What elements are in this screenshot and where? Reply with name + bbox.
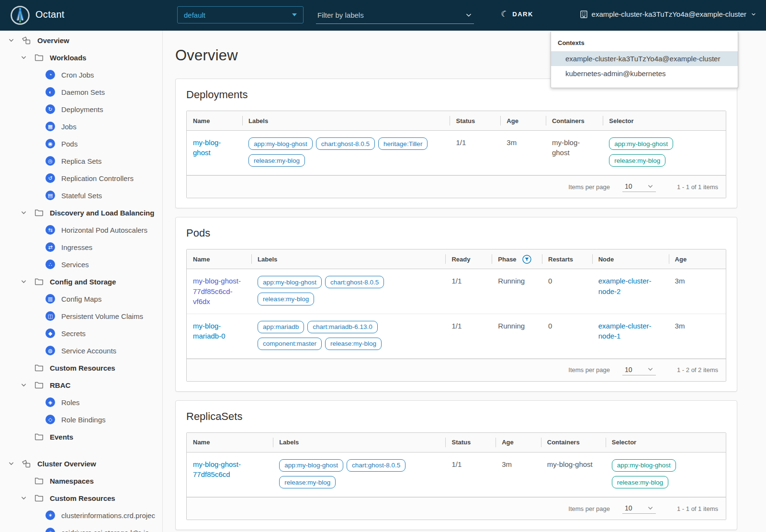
sidebar-item-label: csidrivers.csi.storage.k8s.io <box>61 529 149 532</box>
sidebar-item-overview[interactable]: Overview <box>0 32 162 49</box>
items-per-page-label: Items per page <box>568 366 610 374</box>
column-header-age: Age <box>500 111 546 130</box>
sidebar-item-label: clusterinformations.crd.projec <box>61 511 155 520</box>
cell-text: 3m <box>502 460 512 468</box>
sidebar-item-custom-resources[interactable]: Custom Resources <box>0 359 162 376</box>
card-title-pods: Pods <box>186 227 726 239</box>
sidebar-item-clusterinformations-crd-projec[interactable]: ✶clusterinformations.crd.projec <box>0 507 162 524</box>
cron-jobs-icon: ◔ <box>45 70 55 79</box>
sidebar-item-namespaces[interactable]: Namespaces <box>0 472 162 489</box>
namespace-select[interactable]: default <box>177 6 304 23</box>
ingresses-icon: ⇄ <box>45 242 55 252</box>
sidebar-item-workloads[interactable]: Workloads <box>0 49 162 66</box>
objects-icon <box>22 459 31 468</box>
sidebar-item-pods[interactable]: ◉Pods <box>0 135 162 152</box>
sidebar-item-events[interactable]: Events <box>0 428 162 445</box>
sidebar-item-label: Ingresses <box>61 243 92 251</box>
table-cell: Running <box>492 276 542 309</box>
card-pods: PodsNameLabelsReadyPhaseRestartsNodeAgem… <box>175 217 737 392</box>
clusterinformations-crd-projec-icon: ✶ <box>45 510 55 520</box>
context-selector[interactable]: example-cluster-ka3TuTzYo4a@example-clus… <box>580 10 756 18</box>
sidebar-item-label: Persistent Volume Claims <box>61 312 143 320</box>
sidebar-item-role-bindings[interactable]: ◇Role Bindings <box>0 411 162 428</box>
sidebar-item-secrets[interactable]: ◆Secrets <box>0 325 162 342</box>
sidebar-item-cluster-overview[interactable]: Cluster Overview <box>0 455 162 472</box>
table-cell: app:my-blog-ghostchart:ghost-8.0.5herita… <box>242 137 450 171</box>
resource-link[interactable]: my-blog-ghost-77df85c6cd-vf6dx <box>193 277 241 306</box>
table-cell: 1/1 <box>445 459 496 493</box>
sidebar-item-daemon-sets[interactable]: ◐Daemon Sets <box>0 83 162 101</box>
chevron-down-icon[interactable] <box>465 12 472 19</box>
selector-tag: app:my-blog-ghost <box>612 459 676 472</box>
chevron-down-icon <box>647 366 653 373</box>
folder-icon <box>34 278 44 285</box>
sidebar-item-config-maps[interactable]: ▥Config Maps <box>0 290 162 307</box>
sidebar-item-config-and-storage[interactable]: Config and Storage <box>0 273 162 290</box>
pods-table: NameLabelsReadyPhaseRestartsNodeAgemy-bl… <box>186 249 726 382</box>
sidebar-item-deployments[interactable]: ↻Deployments <box>0 101 162 118</box>
folder-icon <box>34 54 44 61</box>
page-size-select[interactable]: 10 <box>622 181 656 192</box>
context-option[interactable]: kubernetes-admin@kubernetes <box>551 66 738 81</box>
contexts-dropdown-title: Contexts <box>551 39 738 51</box>
context-option-selected[interactable]: example-cluster-ka3TuTzYo4a@example-clus… <box>551 51 738 66</box>
folder-icon <box>34 381 44 389</box>
label-filter-input[interactable]: Filter by labels <box>316 7 474 24</box>
services-icon: ∴ <box>45 260 55 269</box>
roles-icon: ◈ <box>45 397 55 407</box>
sidebar-tree: OverviewWorkloads◔Cron Jobs◐Daemon Sets↻… <box>0 32 162 532</box>
sidebar-item-persistent-volume-claims[interactable]: ◫Persistent Volume Claims <box>0 307 162 325</box>
sidebar-item-custom-resources[interactable]: Custom Resources <box>0 489 162 507</box>
app-header: Octant default Filter by labels ☾ DARK e… <box>0 0 766 31</box>
sidebar-item-jobs[interactable]: ▦Jobs <box>0 118 162 135</box>
resource-link[interactable]: my-blog-ghost-77df85c6cd <box>193 460 241 478</box>
page-size-select[interactable]: 10 <box>622 365 656 375</box>
cell-text: 0 <box>548 322 552 330</box>
sidebar-item-label: Horizontal Pod Autoscalers <box>61 226 147 234</box>
label-tag: component:master <box>258 338 322 350</box>
sidebar-item-services[interactable]: ∴Services <box>0 256 162 273</box>
label-filter-placeholder: Filter by labels <box>317 11 364 19</box>
sidebar-item-cron-jobs[interactable]: ◔Cron Jobs <box>0 66 162 83</box>
sidebar-item-label: Secrets <box>61 329 86 338</box>
resource-link[interactable]: my-blog-mariadb-0 <box>193 322 225 340</box>
sidebar-item-roles[interactable]: ◈Roles <box>0 394 162 411</box>
table-cell: my-blog-mariadb-0 <box>187 321 251 354</box>
phase-filter-icon[interactable] <box>522 255 531 264</box>
folder-icon <box>34 209 44 216</box>
column-header-age: Age <box>669 249 726 269</box>
chevron-down-icon <box>21 495 27 501</box>
sidebar-item-csidrivers-csi-storage-k8s-io[interactable]: ✶csidrivers.csi.storage.k8s.io <box>0 524 162 532</box>
label-tag: release:my-blog <box>279 476 336 488</box>
column-header-selector: Selector <box>603 111 726 130</box>
card-deployments: DeploymentsNameLabelsStatusAgeContainers… <box>175 79 737 208</box>
table-cell: app:my-blog-ghostchart:ghost-8.0.5releas… <box>251 276 445 309</box>
sidebar-item-replica-sets[interactable]: ◎Replica Sets <box>0 152 162 170</box>
sidebar-item-stateful-sets[interactable]: ▤Stateful Sets <box>0 187 162 204</box>
label-tag: app:my-blog-ghost <box>279 459 343 472</box>
table-cell: 1/1 <box>450 137 500 171</box>
resource-link[interactable]: example-cluster-node-1 <box>598 322 652 340</box>
resource-link[interactable]: example-cluster-node-2 <box>598 277 652 295</box>
table-cell: 3m <box>500 137 546 171</box>
sidebar-item-service-accounts[interactable]: ◍Service Accounts <box>0 342 162 359</box>
replication-controllers-icon: ↺ <box>45 173 55 183</box>
sidebar-item-replication-controllers[interactable]: ↺Replication Controllers <box>0 170 162 187</box>
sidebar-item-discovery-and-load-balancing[interactable]: Discovery and Load Balancing <box>0 204 162 221</box>
column-header-labels: Labels <box>273 433 445 452</box>
table-cell: app:my-blog-ghostrelease:my-blog <box>606 459 726 493</box>
sidebar-item-ingresses[interactable]: ⇄Ingresses <box>0 238 162 256</box>
sidebar-item-label: Cron Jobs <box>61 71 94 79</box>
sidebar-item-rbac[interactable]: RBAC <box>0 376 162 394</box>
page-size-select[interactable]: 10 <box>622 503 656 514</box>
table-cell: app:mariadbchart:mariadb-6.13.0component… <box>251 321 445 354</box>
table-row: my-blog-mariadb-0app:mariadbchart:mariad… <box>187 314 726 359</box>
column-header-phase: Phase <box>492 249 542 269</box>
sidebar-item-label: Workloads <box>50 54 86 62</box>
label-tag: chart:ghost-8.0.5 <box>347 459 406 472</box>
column-header-containers: Containers <box>546 111 603 130</box>
theme-toggle[interactable]: ☾ DARK <box>501 10 533 18</box>
chevron-down-icon <box>647 505 653 511</box>
sidebar-item-horizontal-pod-autoscalers[interactable]: ⇆Horizontal Pod Autoscalers <box>0 221 162 238</box>
resource-link[interactable]: my-blog-ghost <box>193 138 221 157</box>
